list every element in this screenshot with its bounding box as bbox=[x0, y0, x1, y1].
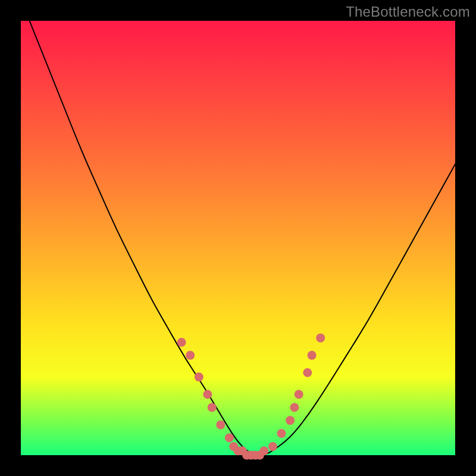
sample-dot bbox=[203, 390, 212, 399]
sample-dot bbox=[177, 338, 186, 347]
sample-dot bbox=[259, 446, 268, 455]
sample-dot bbox=[295, 390, 303, 399]
sample-dot bbox=[308, 351, 317, 360]
sample-dot bbox=[225, 433, 234, 442]
bottleneck-curve bbox=[30, 21, 455, 455]
sample-dot bbox=[268, 442, 277, 451]
sample-dot bbox=[186, 351, 195, 360]
sample-dot bbox=[208, 403, 217, 412]
chart-overlay bbox=[21, 21, 455, 455]
sample-dots bbox=[177, 333, 325, 459]
sample-dot bbox=[216, 420, 225, 429]
sample-dot bbox=[286, 416, 295, 425]
sample-dot bbox=[303, 368, 312, 377]
sample-dot bbox=[277, 429, 286, 438]
watermark-text: TheBottleneck.com bbox=[346, 4, 470, 20]
sample-dot bbox=[290, 403, 299, 412]
sample-dot bbox=[316, 333, 325, 342]
chart-frame: TheBottleneck.com bbox=[0, 0, 476, 476]
sample-dot bbox=[195, 372, 203, 381]
